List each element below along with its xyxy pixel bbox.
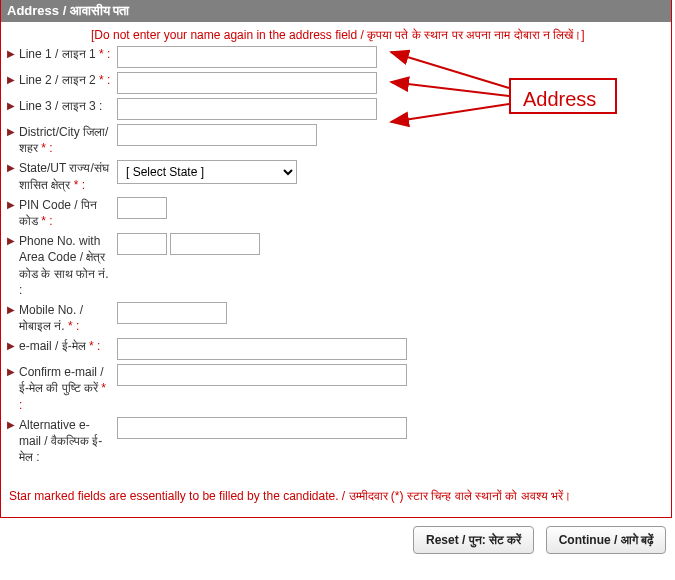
district-input[interactable] (117, 124, 317, 146)
name-warning: [Do not enter your name again in the add… (1, 22, 671, 46)
mobile-input[interactable] (117, 302, 227, 324)
chevron-right-icon: ▶ (7, 417, 15, 432)
label-district: ▶ District/City जिला/शहर * : (7, 124, 117, 156)
label-phone: ▶ Phone No. with Area Code / क्षेत्र कोड… (7, 233, 117, 298)
chevron-right-icon: ▶ (7, 124, 15, 139)
line2-input[interactable] (117, 72, 377, 94)
annotation-label: Address (523, 88, 596, 111)
alt-email-input[interactable] (117, 417, 407, 439)
row-district: ▶ District/City जिला/शहर * : (7, 124, 665, 156)
section-header: Address / आवासीय पता (1, 0, 671, 22)
chevron-right-icon: ▶ (7, 233, 15, 248)
label-line1: ▶ Line 1 / लाइन 1 * : (7, 46, 117, 62)
confirm-email-input[interactable] (117, 364, 407, 386)
chevron-right-icon: ▶ (7, 98, 15, 113)
row-state: ▶ State/UT राज्य/संघ शासित क्षेत्र * : [… (7, 160, 665, 192)
row-mobile: ▶ Mobile No. / मोबाइल नं. * : (7, 302, 665, 334)
email-input[interactable] (117, 338, 407, 360)
state-select[interactable]: [ Select State ] (117, 160, 297, 184)
row-alt-email: ▶ Alternative e-mail / वैकल्पिक ई-मेल : (7, 417, 665, 466)
footer-note: Star marked fields are essentially to be… (1, 479, 671, 517)
label-pin: ▶ PIN Code / पिन कोड * : (7, 197, 117, 229)
row-line1: ▶ Line 1 / लाइन 1 * : (7, 46, 665, 68)
reset-button[interactable]: Reset / पुन: सेट करें (413, 526, 534, 554)
label-mobile: ▶ Mobile No. / मोबाइल नं. * : (7, 302, 117, 334)
chevron-right-icon: ▶ (7, 160, 15, 175)
continue-button[interactable]: Continue / आगे बढ़ें (546, 526, 666, 554)
row-email: ▶ e-mail / ई-मेल * : (7, 338, 665, 360)
phone-area-input[interactable] (117, 233, 167, 255)
chevron-right-icon: ▶ (7, 338, 15, 353)
line1-input[interactable] (117, 46, 377, 68)
label-line2: ▶ Line 2 / लाइन 2 * : (7, 72, 117, 88)
pin-input[interactable] (117, 197, 167, 219)
line3-input[interactable] (117, 98, 377, 120)
phone-number-input[interactable] (170, 233, 260, 255)
row-pin: ▶ PIN Code / पिन कोड * : (7, 197, 665, 229)
chevron-right-icon: ▶ (7, 302, 15, 317)
chevron-right-icon: ▶ (7, 46, 15, 61)
row-confirm-email: ▶ Confirm e-mail / ई-मेल की पुष्टि करें … (7, 364, 665, 413)
label-alt-email: ▶ Alternative e-mail / वैकल्पिक ई-मेल : (7, 417, 117, 466)
chevron-right-icon: ▶ (7, 364, 15, 379)
label-state: ▶ State/UT राज्य/संघ शासित क्षेत्र * : (7, 160, 117, 192)
section-title: Address / आवासीय पता (7, 3, 129, 18)
label-confirm-email: ▶ Confirm e-mail / ई-मेल की पुष्टि करें … (7, 364, 117, 413)
button-row: Reset / पुन: सेट करें Continue / आगे बढ़… (0, 518, 672, 562)
row-phone: ▶ Phone No. with Area Code / क्षेत्र कोड… (7, 233, 665, 298)
chevron-right-icon: ▶ (7, 72, 15, 87)
label-line3: ▶ Line 3 / लाइन 3 : (7, 98, 117, 114)
label-email: ▶ e-mail / ई-मेल * : (7, 338, 117, 354)
address-form-container: Address / आवासीय पता [Do not enter your … (0, 0, 672, 518)
chevron-right-icon: ▶ (7, 197, 15, 212)
